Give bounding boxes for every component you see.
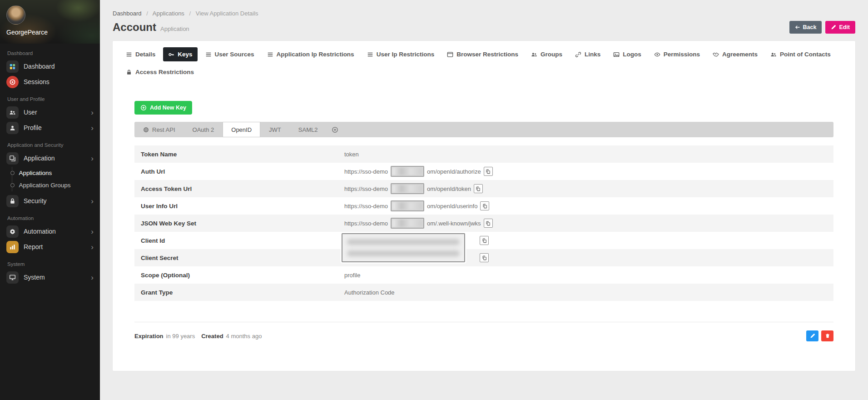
key-details-table: Token Name token Auth Url https://sso-de… <box>134 145 833 301</box>
sidebar-item-user[interactable]: User › <box>0 105 100 120</box>
keytab-saml2[interactable]: SAML2 <box>290 122 327 137</box>
created-label: Created <box>201 333 223 340</box>
breadcrumb-current: View Application Details <box>196 10 258 17</box>
nav-label: Application <box>24 155 55 162</box>
keytab-oauth2[interactable]: OAuth 2 <box>184 122 223 137</box>
key-icon <box>168 51 174 58</box>
expiration-value: in 99 years <box>166 333 195 340</box>
tab-details[interactable]: Details <box>121 47 160 61</box>
field-label: Scope (Optional) <box>134 272 344 279</box>
tab-agreements[interactable]: Agreements <box>708 47 763 61</box>
copy-button[interactable] <box>480 253 489 262</box>
field-label: Client Id <box>134 237 344 244</box>
page-title: Account <box>113 21 156 34</box>
keytab-jwt[interactable]: JWT <box>260 122 290 137</box>
url-suffix: om/openId/authorize <box>427 168 481 175</box>
pencil-icon <box>831 25 836 30</box>
redacted-client-id-value <box>347 239 460 245</box>
table-row-user-info-url: User Info Url https://sso-demo om/openId… <box>134 197 833 215</box>
field-label: Grant Type <box>134 289 344 296</box>
copy-button[interactable] <box>484 167 493 176</box>
keytab-rest-api[interactable]: Rest API <box>134 122 184 137</box>
copy-button[interactable] <box>480 201 489 210</box>
value-text: token <box>344 151 359 158</box>
sidebar-subitem-application-groups[interactable]: Application Groups <box>12 179 100 191</box>
tab-application-ip-restrictions[interactable]: Application Ip Restrictions <box>262 47 359 61</box>
copy-icon <box>476 186 481 191</box>
back-button[interactable]: Back <box>789 21 822 34</box>
tab-user-sources[interactable]: User Sources <box>200 47 259 61</box>
tab-access-restrictions[interactable]: Access Restrictions <box>121 65 199 79</box>
page-subtitle: Application <box>160 25 189 32</box>
field-value: https://sso-demo om/openId/userinfo <box>344 200 833 211</box>
copy-button[interactable] <box>480 236 489 245</box>
tab-label: Permissions <box>664 51 700 58</box>
tab-user-ip-restrictions[interactable]: User Ip Restrictions <box>362 47 440 61</box>
sidebar-item-automation[interactable]: Automation › <box>0 224 100 239</box>
section-title-automation: Automation <box>0 209 100 224</box>
chevron-right-icon: › <box>91 155 94 162</box>
add-new-key-label: Add New Key <box>150 105 186 111</box>
add-new-key-button[interactable]: Add New Key <box>134 101 192 115</box>
tab-groups[interactable]: Groups <box>526 47 567 61</box>
link-icon <box>575 51 581 58</box>
groups-icon <box>531 51 537 58</box>
keytab-label: JWT <box>269 126 281 133</box>
tab-keys[interactable]: Keys <box>163 47 197 61</box>
copy-button[interactable] <box>484 219 493 228</box>
tab-browser-restrictions[interactable]: Browser Restrictions <box>442 47 523 61</box>
edit-button[interactable]: Edit <box>825 21 855 34</box>
sidebar-subitem-applications[interactable]: Applications <box>12 167 100 179</box>
copy-icon <box>482 204 487 209</box>
breadcrumb-dashboard[interactable]: Dashboard <box>113 10 142 17</box>
sidebar-item-dashboard[interactable]: Dashboard <box>0 59 100 74</box>
redacted-segment <box>391 200 424 211</box>
redacted-segment <box>391 218 424 229</box>
field-value: https://sso-demo om/openId/authorize <box>344 166 833 177</box>
url-suffix: om/.well-known/jwks <box>427 220 481 227</box>
nav-label: User <box>24 109 37 116</box>
edit-button-label: Edit <box>839 24 850 30</box>
tab-permissions[interactable]: Permissions <box>649 47 705 61</box>
tab-label: Point of Contacts <box>780 51 831 58</box>
copy-icon <box>486 221 491 226</box>
field-value: profile <box>344 272 833 279</box>
user-name: GeorgePearce <box>6 29 94 36</box>
delete-key-button[interactable] <box>821 330 833 341</box>
keytab-openid[interactable]: OpenID <box>223 122 260 137</box>
field-label: Client Secret <box>134 255 344 261</box>
sidebar-item-system[interactable]: System › <box>0 270 100 285</box>
tab-links[interactable]: Links <box>570 47 605 61</box>
tab-label: Groups <box>541 51 562 58</box>
sidebar-item-sessions[interactable]: Sessions <box>0 74 100 90</box>
redacted-client-secret-value <box>347 250 460 256</box>
redacted-segment <box>391 183 424 194</box>
breadcrumb-applications[interactable]: Applications <box>153 10 184 17</box>
application-subnav: Applications Application Groups <box>12 167 100 191</box>
add-key-type-button[interactable] <box>326 122 344 137</box>
chevron-right-icon: › <box>91 197 94 205</box>
sidebar-item-security[interactable]: Security › <box>0 193 100 209</box>
table-row-token-name: Token Name token <box>134 145 833 163</box>
table-row-access-token-url: Access Token Url https://sso-demo om/ope… <box>134 180 833 197</box>
tab-point-of-contacts[interactable]: Point of Contacts <box>765 47 836 61</box>
sidebar-item-application[interactable]: Application › <box>0 150 100 166</box>
nav-label: Automation <box>24 228 56 235</box>
sidebar-profile[interactable]: GeorgePearce <box>0 0 100 44</box>
field-value: https://sso-demo om/openId/token <box>344 183 833 194</box>
main-content: Dashboard / Applications / View Applicat… <box>100 0 868 400</box>
tab-label: Links <box>585 51 600 58</box>
list-icon <box>267 51 273 58</box>
back-button-label: Back <box>803 24 817 30</box>
sidebar-item-profile[interactable]: Profile › <box>0 120 100 135</box>
field-label: Token Name <box>134 151 344 158</box>
avatar <box>6 5 25 25</box>
edit-key-button[interactable] <box>806 330 818 341</box>
key-details-rows: Token Name token Auth Url https://sso-de… <box>134 145 833 301</box>
section-title-system: System <box>0 255 100 270</box>
sidebar-item-report[interactable]: Report › <box>0 239 100 255</box>
key-footer: Expiration in 99 years Created 4 months … <box>134 322 833 341</box>
copy-button[interactable] <box>474 184 483 193</box>
copy-icon <box>482 238 487 243</box>
tab-logos[interactable]: Logos <box>608 47 646 61</box>
